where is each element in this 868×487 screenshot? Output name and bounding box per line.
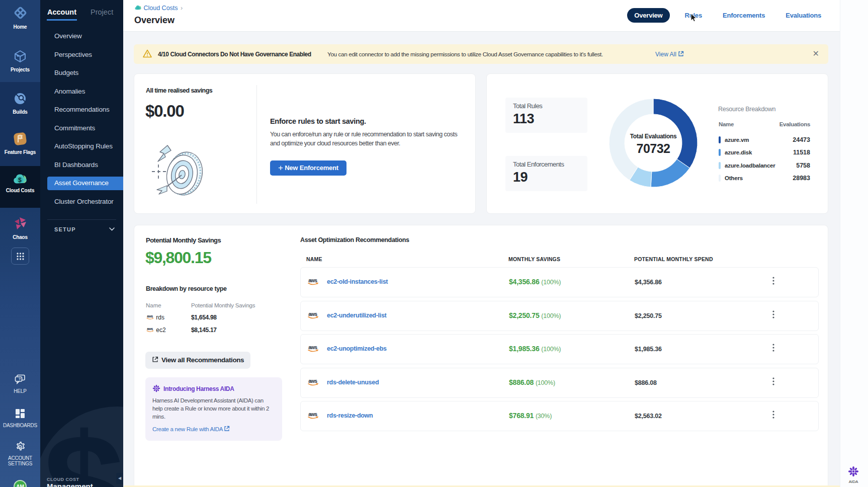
- svg-text:?: ?: [19, 377, 21, 381]
- svg-text:$: $: [18, 177, 22, 184]
